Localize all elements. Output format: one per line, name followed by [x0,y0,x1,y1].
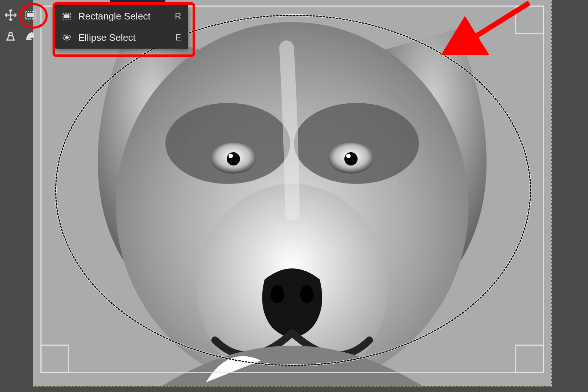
selection-tool-submenu: Rectangle Select R Ellipse Select E [55,5,188,49]
canvas[interactable] [33,0,551,386]
svg-rect-14 [27,13,34,17]
menu-item-ellipse-select[interactable]: Ellipse Select E [55,27,188,48]
svg-point-6 [300,285,313,303]
menu-item-label: Rectangle Select [78,11,170,22]
document-tab-title: IMACY.APP [112,1,132,6]
ellipse-select-icon [61,32,73,43]
svg-point-11 [229,154,233,158]
rectangle-select-tool[interactable] [21,6,40,24]
menu-item-rectangle-select[interactable]: Rectangle Select R [55,6,188,27]
perspective-tool[interactable] [1,26,20,45]
menu-item-label: Ellipse Select [78,32,170,43]
canvas-image [33,0,551,386]
svg-point-9 [227,152,240,165]
svg-point-18 [65,36,69,39]
move-tool[interactable] [1,6,20,24]
warp-tool[interactable] [21,26,40,45]
svg-point-12 [346,154,351,158]
svg-point-5 [271,285,284,303]
toolbox [0,4,47,47]
svg-rect-16 [64,14,69,18]
svg-point-10 [344,152,358,165]
menu-item-shortcut: R [175,11,181,21]
rectangle-select-icon [61,11,73,21]
menu-item-shortcut: E [175,32,181,43]
